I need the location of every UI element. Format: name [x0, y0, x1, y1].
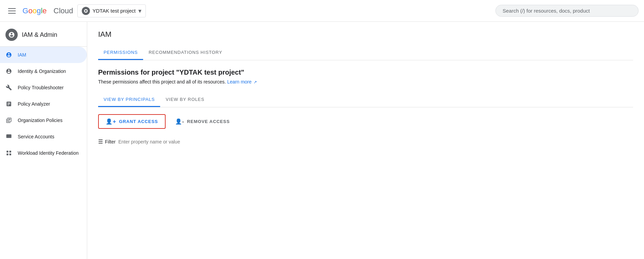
sidebar-item-service-accounts[interactable]: Service Accounts: [0, 128, 87, 145]
org-policies-icon: [5, 117, 12, 124]
page-title: IAM: [98, 30, 633, 39]
action-buttons: 👤+ GRANT ACCESS 👤- REMOVE ACCESS: [98, 114, 633, 129]
main-content: IAM PERMISSIONS RECOMMENDATIONS HISTORY …: [87, 22, 644, 259]
sidebar: IAM & Admin IAM Identity & Organization …: [0, 22, 87, 259]
hamburger-menu-button[interactable]: [5, 5, 18, 16]
project-name: YDTAK test project: [93, 8, 136, 14]
search-bar[interactable]: Search (/) for resources, docs, product: [495, 5, 639, 17]
sidebar-item-iam-label: IAM: [18, 52, 26, 58]
policy-troubleshooter-icon: [5, 84, 12, 91]
sidebar-header: IAM & Admin: [0, 22, 87, 47]
sidebar-item-org-policies[interactable]: Organization Policies: [0, 112, 87, 128]
grant-access-button[interactable]: 👤+ GRANT ACCESS: [98, 114, 166, 129]
main-tabs: PERMISSIONS RECOMMENDATIONS HISTORY: [98, 46, 633, 60]
svg-rect-2: [6, 134, 12, 138]
sidebar-item-policy-analyzer[interactable]: Policy Analyzer: [0, 96, 87, 112]
main-layout: IAM & Admin IAM Identity & Organization …: [0, 22, 644, 259]
permissions-subtitle: These permissions affect this project an…: [98, 79, 633, 85]
svg-point-1: [85, 10, 87, 12]
iam-icon: [5, 51, 12, 58]
svg-rect-3: [6, 151, 8, 152]
tab-recommendations[interactable]: RECOMMENDATIONS HISTORY: [143, 46, 228, 60]
sub-tabs: VIEW BY PRINCIPALS VIEW BY ROLES: [98, 93, 633, 107]
filter-row: ☰ Filter: [98, 136, 633, 148]
svg-rect-6: [10, 154, 11, 155]
cloud-label: Cloud: [53, 6, 73, 15]
permissions-title: Permissions for project "YDTAK test proj…: [98, 68, 633, 76]
filter-input[interactable]: [118, 139, 214, 144]
remove-access-button[interactable]: 👤- REMOVE ACCESS: [168, 115, 237, 128]
sidebar-item-workload-identity[interactable]: Workload Identity Federation: [0, 145, 87, 161]
filter-label: ☰ Filter: [98, 138, 116, 145]
project-icon: [82, 7, 90, 15]
workload-identity-icon: [5, 150, 12, 156]
project-selector[interactable]: YDTAK test project ▾: [77, 4, 146, 17]
sidebar-item-policy-troubleshooter[interactable]: Policy Troubleshooter: [0, 79, 87, 96]
tab-permissions[interactable]: PERMISSIONS: [98, 46, 143, 60]
sidebar-item-policy-analyzer-label: Policy Analyzer: [18, 101, 50, 107]
sidebar-header-title: IAM & Admin: [22, 31, 57, 39]
sub-tab-by-principals[interactable]: VIEW BY PRINCIPALS: [98, 93, 160, 107]
iam-admin-icon: [5, 29, 18, 41]
sidebar-item-identity-org-label: Identity & Organization: [18, 68, 66, 74]
dropdown-arrow-icon: ▾: [138, 7, 141, 15]
remove-person-icon: 👤-: [175, 118, 184, 125]
external-link-icon: ↗: [254, 80, 257, 85]
add-person-icon: 👤+: [106, 118, 116, 125]
sidebar-item-org-policies-label: Organization Policies: [18, 118, 63, 123]
svg-rect-5: [6, 154, 8, 155]
sidebar-item-iam[interactable]: IAM: [0, 47, 87, 63]
top-nav: Google Cloud YDTAK test project ▾ Search…: [0, 0, 644, 22]
identity-org-icon: [5, 68, 12, 75]
sidebar-item-service-accounts-label: Service Accounts: [18, 134, 54, 139]
learn-more-link[interactable]: Learn more: [227, 79, 252, 85]
filter-icon: ☰: [98, 138, 103, 145]
sidebar-item-workload-identity-label: Workload Identity Federation: [18, 150, 79, 156]
sidebar-item-policy-troubleshooter-label: Policy Troubleshooter: [18, 85, 64, 90]
service-accounts-icon: [5, 133, 12, 140]
svg-rect-4: [10, 151, 11, 152]
google-logo: Google: [22, 6, 47, 15]
sidebar-item-identity-org[interactable]: Identity & Organization: [0, 63, 87, 79]
sub-tab-by-roles[interactable]: VIEW BY ROLES: [160, 93, 210, 107]
policy-analyzer-icon: [5, 101, 12, 107]
